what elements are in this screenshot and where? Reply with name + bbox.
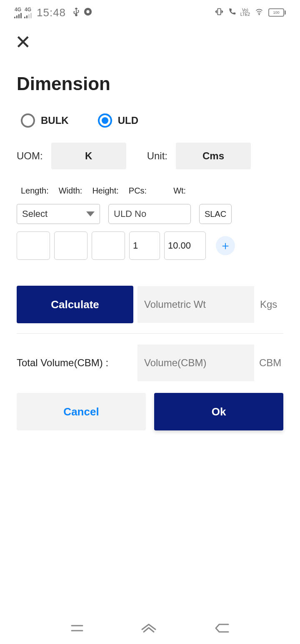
select-placeholder: Select <box>22 209 48 219</box>
signal-4g-2-icon: 4G <box>24 7 32 18</box>
radio-uld-label: ULD <box>118 115 138 126</box>
signal-4g-1-icon: 4G <box>14 7 22 18</box>
system-navigation-bar <box>0 614 300 644</box>
usb-icon <box>72 7 81 18</box>
wt-input[interactable] <box>164 231 206 260</box>
uom-selector[interactable]: K <box>51 143 126 169</box>
unit-selector[interactable]: Cms <box>176 143 251 169</box>
svg-point-4 <box>259 14 260 15</box>
uom-label: UOM: <box>17 150 43 162</box>
header-width: Width: <box>59 186 82 196</box>
wifi-icon <box>254 8 264 18</box>
svg-point-0 <box>75 14 77 16</box>
volume-cbm-output[interactable] <box>138 345 254 381</box>
cbm-label: CBM <box>259 357 281 369</box>
close-icon[interactable]: ✕ <box>15 31 31 53</box>
chrome-icon <box>83 7 92 18</box>
pcs-input[interactable] <box>129 231 160 260</box>
calculate-button[interactable]: Calculate <box>17 286 133 323</box>
home-icon[interactable] <box>140 622 157 636</box>
header-length: Length: <box>21 186 49 196</box>
radio-checked-icon <box>98 113 112 128</box>
uld-type-select[interactable]: Select <box>17 204 100 224</box>
clock-time: 15:48 <box>37 6 66 19</box>
unit-label: Unit: <box>147 150 168 162</box>
cancel-button[interactable]: Cancel <box>17 393 146 430</box>
dimension-headers: Length: Width: Height: PCs: Wt: <box>0 182 300 204</box>
status-bar: 4G 4G 15:48 Vo)LTE2 100 <box>0 0 300 22</box>
add-row-button[interactable]: ＋ <box>216 236 235 255</box>
battery-icon: 100 <box>268 8 286 17</box>
status-left: 4G 4G 15:48 <box>14 6 92 19</box>
divider <box>17 333 283 334</box>
back-icon[interactable] <box>213 622 230 636</box>
length-input[interactable] <box>17 231 50 260</box>
header-wt: Wt: <box>173 186 186 196</box>
page-title: Dimension <box>0 52 300 113</box>
vibrate-icon <box>215 7 224 18</box>
status-right: Vo)LTE2 100 <box>215 7 286 18</box>
radio-bulk[interactable]: BULK <box>21 113 69 128</box>
recent-apps-icon[interactable] <box>70 622 84 636</box>
header-pcs: PCs: <box>129 186 147 196</box>
height-input[interactable] <box>92 231 125 260</box>
width-input[interactable] <box>54 231 88 260</box>
radio-uld[interactable]: ULD <box>98 113 138 128</box>
volumetric-wt-output[interactable] <box>138 286 254 323</box>
plus-icon: ＋ <box>220 238 231 254</box>
uld-no-label: ULD No <box>114 209 146 219</box>
header-height: Height: <box>92 186 118 196</box>
uld-no-input[interactable]: ULD No <box>108 204 191 224</box>
call-icon <box>228 8 236 18</box>
total-volume-label: Total Volume(CBM) : <box>17 357 133 369</box>
radio-unchecked-icon <box>21 113 35 128</box>
kgs-label: Kgs <box>260 299 277 310</box>
slac-button[interactable]: SLAC <box>199 204 232 224</box>
svg-rect-3 <box>218 9 220 15</box>
ok-button[interactable]: Ok <box>154 393 283 430</box>
volte-icon: Vo)LTE2 <box>240 8 250 17</box>
dimension-type-radio-group: BULK ULD <box>0 113 300 143</box>
svg-point-2 <box>86 10 89 13</box>
chevron-down-icon <box>86 211 95 216</box>
radio-bulk-label: BULK <box>41 115 69 126</box>
